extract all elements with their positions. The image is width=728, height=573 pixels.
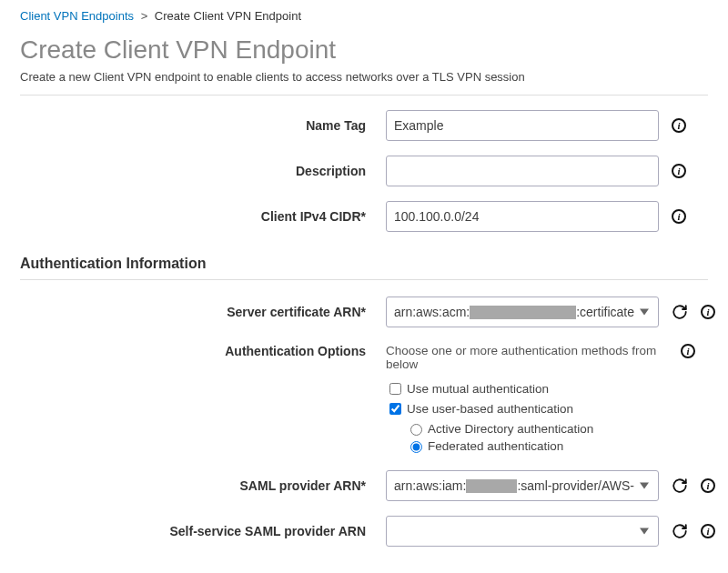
cidr-input[interactable]	[386, 201, 659, 232]
ss-saml-select[interactable]	[386, 516, 659, 547]
name-tag-label: Name Tag	[20, 118, 386, 133]
federated-auth-radio[interactable]	[410, 441, 422, 453]
mutual-auth-checkbox-row[interactable]: Use mutual authentication	[386, 380, 695, 397]
user-based-label: Use user-based authentication	[407, 402, 573, 416]
description-label: Description	[20, 164, 386, 178]
refresh-icon[interactable]	[672, 523, 688, 539]
refresh-icon[interactable]	[672, 478, 688, 494]
saml-label: SAML provider ARN*	[20, 478, 386, 493]
mutual-auth-checkbox[interactable]	[389, 383, 401, 395]
page-subtitle: Create a new Client VPN endpoint to enab…	[20, 70, 708, 96]
user-based-checkbox[interactable]	[389, 403, 401, 415]
breadcrumb-current: Create Client VPN Endpoint	[155, 9, 301, 23]
ad-auth-label: Active Directory authentication	[428, 422, 593, 436]
saml-suffix: :saml-provider/AWS-	[517, 478, 634, 493]
redacted-block	[470, 306, 576, 319]
info-icon[interactable]: i	[672, 118, 686, 133]
saml-prefix: arn:aws:iam:	[394, 478, 466, 493]
federated-auth-label: Federated authentication	[428, 439, 563, 453]
refresh-icon[interactable]	[672, 304, 688, 320]
name-tag-input[interactable]	[386, 110, 659, 141]
info-icon[interactable]: i	[681, 344, 695, 358]
breadcrumb-root-link[interactable]: Client VPN Endpoints	[20, 9, 134, 23]
auth-options-block: Authentication Options Choose one or mor…	[20, 344, 708, 456]
field-row-cidr: Client IPv4 CIDR* i	[20, 201, 708, 232]
user-based-checkbox-row[interactable]: Use user-based authentication	[386, 400, 695, 417]
server-cert-prefix: arn:aws:acm:	[394, 305, 470, 319]
auth-section-title: Authentication Information	[20, 256, 708, 280]
redacted-block	[466, 479, 517, 493]
breadcrumb-separator: >	[137, 9, 152, 23]
info-icon[interactable]: i	[701, 305, 715, 319]
mutual-auth-label: Use mutual authentication	[407, 382, 549, 396]
chevron-down-icon	[640, 528, 649, 535]
info-icon[interactable]: i	[701, 478, 715, 493]
field-row-saml: SAML provider ARN* arn:aws:iam::saml-pro…	[20, 470, 708, 501]
auth-options-label: Authentication Options	[20, 344, 386, 456]
saml-select[interactable]: arn:aws:iam::saml-provider/AWS-	[386, 470, 659, 501]
breadcrumb: Client VPN Endpoints > Create Client VPN…	[20, 9, 708, 23]
page-title: Create Client VPN Endpoint	[20, 35, 708, 65]
server-cert-suffix: :certificate	[576, 305, 634, 319]
server-cert-label: Server certificate ARN*	[20, 305, 386, 319]
ss-saml-label: Self-service SAML provider ARN	[20, 524, 386, 538]
chevron-down-icon	[640, 309, 649, 316]
field-row-server-cert: Server certificate ARN* arn:aws:acm::cer…	[20, 297, 708, 327]
field-row-description: Description i	[20, 156, 708, 186]
info-icon[interactable]: i	[672, 164, 686, 178]
server-cert-select[interactable]: arn:aws:acm::certificate	[386, 297, 659, 327]
ad-auth-radio[interactable]	[410, 424, 422, 436]
description-input[interactable]	[386, 156, 659, 186]
cidr-label: Client IPv4 CIDR*	[20, 209, 386, 224]
info-icon[interactable]: i	[672, 209, 686, 224]
auth-options-hint: Choose one or more authentication method…	[386, 344, 672, 371]
federated-auth-radio-row[interactable]: Federated authentication	[406, 438, 695, 453]
field-row-name-tag: Name Tag i	[20, 110, 708, 141]
info-icon[interactable]: i	[701, 524, 715, 538]
ad-auth-radio-row[interactable]: Active Directory authentication	[406, 421, 695, 436]
chevron-down-icon	[640, 483, 649, 489]
field-row-ss-saml: Self-service SAML provider ARN i	[20, 516, 708, 547]
